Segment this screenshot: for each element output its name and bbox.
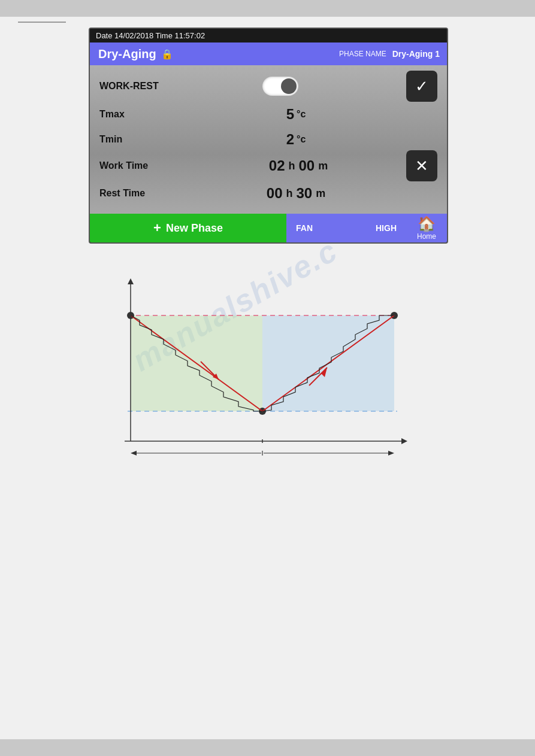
- tmin-value: 2: [286, 131, 294, 148]
- y-axis-arrow: [128, 278, 134, 284]
- cancel-button[interactable]: ✕: [406, 150, 437, 181]
- header-row: Dry-Aging 🔒 PHASE NAME Dry-Aging 1: [90, 42, 447, 65]
- work-time-values: 02 h 00 m: [195, 157, 401, 174]
- phase-name-section: PHASE NAME Dry-Aging 1: [332, 42, 447, 65]
- work-rest-label: WORK-REST: [99, 81, 195, 92]
- bottom-page-bar: [0, 739, 535, 756]
- new-phase-button[interactable]: + New Phase: [90, 214, 286, 242]
- confirm-button[interactable]: ✓: [406, 71, 437, 102]
- top-bar: [0, 0, 535, 17]
- bottom-bar: + New Phase FAN HIGH 🏠 Home: [90, 214, 447, 242]
- lock-icon: 🔒: [161, 48, 173, 60]
- tmin-unit: °c: [297, 134, 306, 145]
- toggle-container[interactable]: [195, 77, 365, 96]
- work-time-h-unit: h: [288, 160, 295, 172]
- rest-time-m-unit: m: [316, 187, 325, 200]
- x-bracket-left-arrow: [131, 451, 137, 456]
- fan-section: FAN HIGH: [286, 214, 406, 242]
- phase-name-value: Dry-Aging 1: [392, 49, 440, 59]
- rest-time-values: 00 h 30 m: [195, 185, 397, 202]
- work-rest-toggle[interactable]: [262, 77, 298, 96]
- x-bracket-right-arrow: [388, 451, 394, 456]
- rest-time-hours: 00: [267, 185, 283, 202]
- tmax-unit: °c: [297, 109, 306, 120]
- work-time-hours: 02: [269, 157, 285, 174]
- main-content: WORK-REST ✓ Tmax 5 °c Tmin: [90, 65, 447, 214]
- top-line-decoration: [18, 22, 66, 23]
- confirm-icon: ✓: [415, 77, 428, 96]
- x-axis-arrow: [401, 438, 407, 444]
- work-time-m-unit: m: [318, 160, 328, 172]
- home-label: Home: [417, 232, 436, 241]
- new-phase-label: New Phase: [166, 222, 223, 235]
- work-time-label: Work Time: [99, 160, 195, 171]
- chart-area: [89, 268, 436, 471]
- datetime-bar: Date 14/02/2018 Time 11:57:02: [90, 29, 447, 42]
- datetime-text: Date 14/02/2018 Time 11:57:02: [96, 31, 205, 40]
- rest-time-h-unit: h: [286, 187, 292, 200]
- new-phase-plus: +: [153, 220, 161, 236]
- cancel-icon: ✕: [415, 157, 428, 175]
- device-screen: Date 14/02/2018 Time 11:57:02 Dry-Aging …: [89, 28, 448, 244]
- rest-time-mins: 30: [296, 185, 312, 202]
- tmax-value: 5: [286, 106, 294, 123]
- fan-value: HIGH: [376, 223, 397, 233]
- phase-name-label: PHASE NAME: [339, 50, 386, 58]
- title-text: Dry-Aging: [98, 47, 156, 61]
- work-time-mins: 00: [298, 157, 315, 174]
- fan-label: FAN: [296, 223, 313, 233]
- rest-time-label: Rest Time: [99, 188, 195, 199]
- device-title: Dry-Aging 🔒: [90, 47, 332, 61]
- toggle-knob: [281, 78, 297, 94]
- tmax-label: Tmax: [99, 109, 195, 120]
- home-icon: 🏠: [418, 215, 436, 232]
- home-button[interactable]: 🏠 Home: [406, 214, 447, 242]
- chart-svg: [95, 268, 430, 471]
- tmin-label: Tmin: [99, 134, 195, 145]
